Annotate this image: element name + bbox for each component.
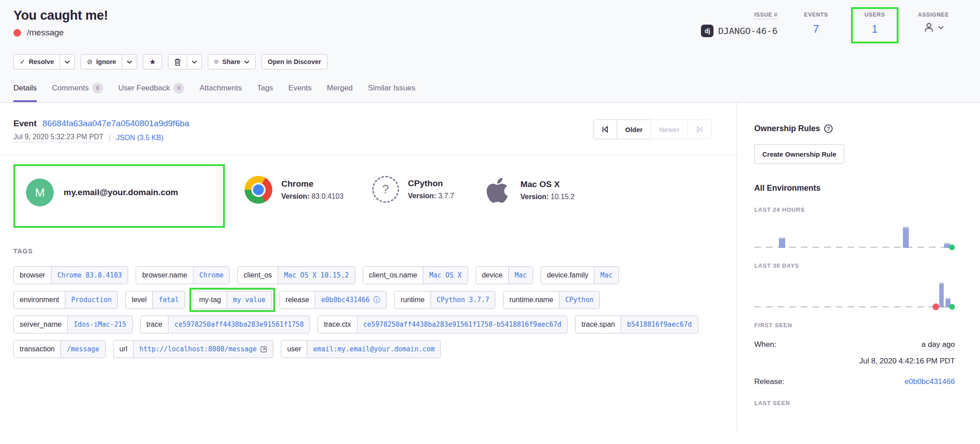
tag-value-link[interactable]: Mac xyxy=(508,267,533,284)
tag-value-link[interactable]: Chrome xyxy=(193,267,229,284)
ignore-dropdown-button[interactable] xyxy=(122,54,137,69)
tag-key: client_os xyxy=(238,267,278,284)
tag-value-link[interactable]: http://localhost:8000/message xyxy=(133,341,273,358)
open-in-discover-button[interactable]: Open in Discover xyxy=(262,54,327,69)
tab-badge: 0 xyxy=(173,83,184,94)
raw-json-link[interactable]: JSON (3.5 KB) xyxy=(116,134,163,142)
circle-slash-icon: ⊘ xyxy=(87,58,93,66)
bookmark-star-button[interactable]: ★ xyxy=(143,54,162,69)
tag-value-link[interactable]: Mac OS X xyxy=(423,267,467,284)
older-event-button[interactable]: Older xyxy=(617,120,651,139)
django-project-icon: dj xyxy=(701,25,714,37)
tag-pill-device: device Mac xyxy=(476,266,533,284)
tag-pill-level: level fatal xyxy=(125,291,185,309)
tag-value-link[interactable]: /message xyxy=(60,341,105,358)
share-button[interactable]: Share xyxy=(208,54,255,69)
first-seen-relative: a day ago xyxy=(921,340,955,350)
oldest-event-button[interactable] xyxy=(593,120,617,139)
star-icon: ★ xyxy=(149,57,156,67)
tag-key: transaction xyxy=(14,341,60,358)
browser-name: Chrome xyxy=(281,179,344,189)
tag-value-link[interactable]: CPython 3.7.7 xyxy=(430,291,495,308)
tag-value-link[interactable]: Mac xyxy=(594,267,618,284)
context-summary: M my.email@your.domain.com Chrome Versio… xyxy=(0,155,737,232)
latest-dot xyxy=(949,304,955,310)
tag-key: url xyxy=(114,341,133,358)
delete-dropdown-button[interactable] xyxy=(187,54,202,69)
question-circle-icon: ? xyxy=(372,176,399,203)
event-id-link[interactable]: 86684fa63aa047e7a0540801a9d9f6ba xyxy=(43,119,189,128)
tag-key: environment xyxy=(14,291,65,308)
chevron-down-icon xyxy=(64,60,70,64)
tag-value-link[interactable]: CPython xyxy=(559,291,599,308)
tag-pill-user: user email:my.email@your.domain.com xyxy=(281,340,441,358)
tag-key: trace.span xyxy=(576,316,621,333)
tab-comments[interactable]: Comments 0 xyxy=(52,83,103,102)
tag-key: device.family xyxy=(541,267,594,284)
tab-similar-issues[interactable]: Similar Issues xyxy=(368,83,415,102)
tab-tags[interactable]: Tags xyxy=(257,83,273,102)
issue-number-label: ISSUE # xyxy=(754,12,778,19)
spark-bar xyxy=(903,226,909,248)
tag-key: user xyxy=(281,341,307,358)
issue-sidebar: Ownership Rules ? Create Ownership Rule … xyxy=(737,102,980,431)
tab-details[interactable]: Details xyxy=(13,83,37,102)
tag-value-link[interactable]: b5418816f9aec67d xyxy=(621,316,698,333)
tag-value-link[interactable]: ce5978250aff4438ba283e91561f1758-b541881… xyxy=(357,316,567,333)
tag-value-link[interactable]: Mac OS X 10.15.2 xyxy=(278,267,355,284)
tag-key: trace xyxy=(141,316,168,333)
chevron-down-icon xyxy=(938,26,944,29)
spark-bar xyxy=(939,282,944,307)
info-icon[interactable]: ⓘ xyxy=(373,295,380,305)
delete-button[interactable] xyxy=(168,54,187,69)
chrome-icon xyxy=(245,176,272,204)
skip-forward-icon xyxy=(696,126,703,133)
resolve-dropdown-button[interactable] xyxy=(60,54,75,69)
skip-back-icon xyxy=(602,126,609,133)
tag-pill-server_name: server_name Idos-iMac-215 xyxy=(13,316,133,333)
assignee-dropdown[interactable] xyxy=(923,21,944,33)
browser-version: 83.0.4103 xyxy=(312,192,344,200)
release-label: Release: xyxy=(754,377,784,386)
tag-value-link[interactable]: e0b0bc431466ⓘ xyxy=(315,291,386,308)
tag-value-link[interactable]: email:my.email@your.domain.com xyxy=(307,341,440,358)
tag-key: release xyxy=(280,291,315,308)
events-count-link[interactable]: 7 xyxy=(813,23,819,35)
tag-key: my-tag xyxy=(193,291,227,308)
external-link-icon xyxy=(260,346,267,353)
tag-value-link[interactable]: Chrome 83.0.4103 xyxy=(51,267,128,284)
tab-events[interactable]: Events xyxy=(288,83,312,102)
divider: | xyxy=(109,134,111,142)
issue-short-id: DJANGO-46-6 xyxy=(718,26,777,36)
user-email: my.email@your.domain.com xyxy=(64,188,178,197)
tab-attachments[interactable]: Attachments xyxy=(199,83,242,102)
stat-events: EVENTS 7 xyxy=(795,12,838,35)
help-icon[interactable]: ? xyxy=(824,124,833,133)
tag-pill-environment: environment Production xyxy=(13,291,118,309)
event-details-panel: Event 86684fa63aa047e7a0540801a9d9f6ba J… xyxy=(0,102,737,431)
stat-users-annotated: USERS 1 xyxy=(851,7,898,43)
tab-merged[interactable]: Merged xyxy=(327,83,353,102)
tab-badge: 0 xyxy=(92,83,103,94)
create-ownership-rule-button[interactable]: Create Ownership Rule xyxy=(754,144,844,164)
tag-value-link[interactable]: my value xyxy=(227,291,271,308)
last-seen-label: LAST SEEN xyxy=(754,400,955,406)
user-avatar: M xyxy=(26,179,54,206)
tag-value-link[interactable]: fatal xyxy=(152,291,185,308)
tag-value-link[interactable]: Production xyxy=(65,291,117,308)
ignore-button[interactable]: ⊘ Ignore xyxy=(81,54,122,69)
resolve-button[interactable]: ✓ Resolve xyxy=(13,54,60,69)
tag-pill-trace: trace ce5978250aff4438ba283e91561f1758 xyxy=(140,316,310,333)
tab-user-feedback[interactable]: User Feedback 0 xyxy=(118,83,184,102)
user-context-card-annotated[interactable]: M my.email@your.domain.com xyxy=(13,164,225,228)
last-30-days-label: LAST 30 DAYS xyxy=(754,262,955,269)
share-dot-icon xyxy=(214,60,219,64)
spark-bar xyxy=(779,237,785,248)
first-seen-release-link[interactable]: e0b0bc431466 xyxy=(904,377,955,386)
checkmark-icon: ✓ xyxy=(20,58,26,66)
tag-pill-transaction: transaction /message xyxy=(13,340,106,358)
tag-pill-runtime: runtime CPython 3.7.7 xyxy=(394,291,495,309)
users-count-link[interactable]: 1 xyxy=(872,23,878,35)
tag-value-link[interactable]: ce5978250aff4438ba283e91561f1758 xyxy=(168,316,309,333)
tag-value-link[interactable]: Idos-iMac-215 xyxy=(67,316,132,333)
